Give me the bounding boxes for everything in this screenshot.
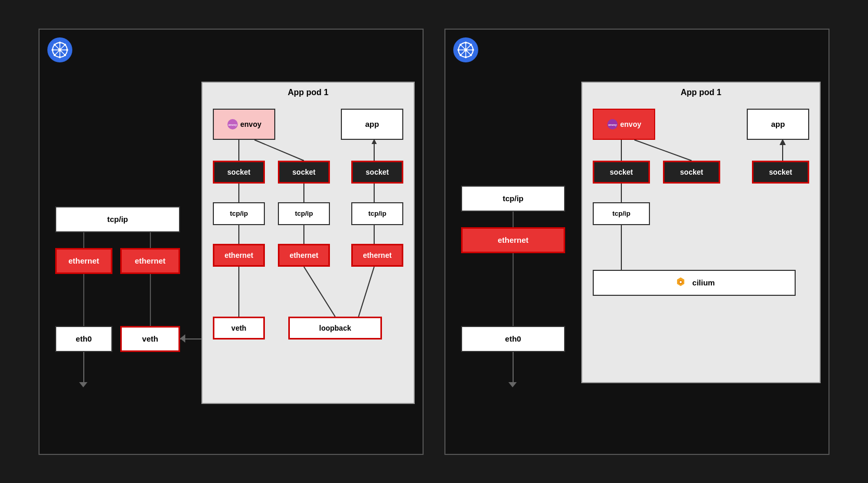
pod-title-right: App pod 1: [582, 83, 820, 102]
svg-point-11: [64, 54, 66, 56]
svg-point-52: [680, 281, 682, 283]
pod-tcpip2-left: tcp/ip: [278, 202, 330, 225]
svg-point-44: [459, 44, 462, 46]
pod-app-right: app: [747, 109, 809, 140]
right-diagram: tcp/ip ethernet eth0 App pod 1 envoy env…: [444, 29, 829, 455]
pod-ethernet1-left: ethernet: [213, 244, 265, 267]
pod-tcpip1-left: tcp/ip: [213, 202, 265, 225]
svg-point-5: [58, 48, 61, 51]
pod-veth-left: veth: [213, 317, 265, 340]
svg-point-39: [464, 48, 467, 51]
svg-point-6: [59, 42, 61, 44]
svg-point-43: [472, 49, 474, 51]
pod-title-left: App pod 1: [202, 83, 414, 102]
svg-line-29: [359, 267, 374, 317]
svg-point-41: [465, 56, 467, 58]
pod-socket3-right: socket: [752, 161, 809, 184]
arrowhead-down-right: [508, 382, 517, 387]
pod-tcpip3-left: tcp/ip: [351, 202, 403, 225]
arrowhead-left: [180, 334, 185, 343]
pod-cilium-right: cilium: [593, 270, 796, 296]
node-ethernet2-left: ethernet: [120, 248, 180, 274]
k8s-icon-left: [47, 37, 72, 62]
svg-line-28: [304, 267, 335, 317]
node-ethernet-right: ethernet: [461, 227, 565, 253]
svg-point-13: [54, 54, 56, 56]
svg-text:envoy: envoy: [228, 123, 237, 126]
svg-point-8: [52, 49, 54, 51]
pod-box-left: App pod 1 envoy envoy app socket socket …: [201, 82, 415, 404]
pod-ethernet2-left: ethernet: [278, 244, 330, 267]
svg-point-42: [457, 49, 459, 51]
node-tcpip-left: tcp/ip: [55, 206, 180, 232]
node-eth0-left: eth0: [55, 326, 112, 352]
svg-text:envoy: envoy: [608, 123, 617, 126]
node-eth0-right: eth0: [461, 326, 565, 352]
pod-socket3-left: socket: [351, 161, 403, 184]
pod-envoy-left: envoy envoy: [213, 109, 275, 140]
pod-socket2-right: socket: [663, 161, 720, 184]
svg-point-40: [465, 42, 467, 44]
pod-envoy-right: envoy envoy: [593, 109, 655, 140]
svg-point-10: [54, 44, 56, 46]
pod-ethernet3-left: ethernet: [351, 244, 403, 267]
svg-point-12: [64, 44, 66, 46]
pod-box-right: App pod 1 envoy envoy app socket socket …: [581, 82, 821, 383]
left-diagram: tcp/ip ethernet ethernet eth0 veth App p…: [39, 29, 424, 455]
svg-point-7: [59, 56, 61, 58]
svg-point-45: [470, 54, 472, 56]
pod-socket1-right: socket: [593, 161, 650, 184]
pod-socket1-left: socket: [213, 161, 265, 184]
node-veth-left: veth: [120, 326, 180, 352]
svg-point-46: [470, 44, 472, 46]
node-tcpip-right: tcp/ip: [461, 186, 565, 212]
svg-point-9: [66, 49, 68, 51]
arrowhead-down-left: [79, 382, 87, 387]
pod-app-left: app: [341, 109, 403, 140]
svg-point-47: [459, 54, 462, 56]
svg-line-54: [634, 140, 692, 161]
pod-tcpip-right: tcp/ip: [593, 202, 650, 225]
svg-line-17: [254, 140, 304, 161]
arrow-down-left: [83, 352, 84, 383]
pod-socket2-left: socket: [278, 161, 330, 184]
pod-loopback-left: loopback: [288, 317, 382, 340]
k8s-icon-right: [453, 37, 478, 62]
node-ethernet1-left: ethernet: [55, 248, 112, 274]
arrow-down-right: [513, 352, 514, 383]
